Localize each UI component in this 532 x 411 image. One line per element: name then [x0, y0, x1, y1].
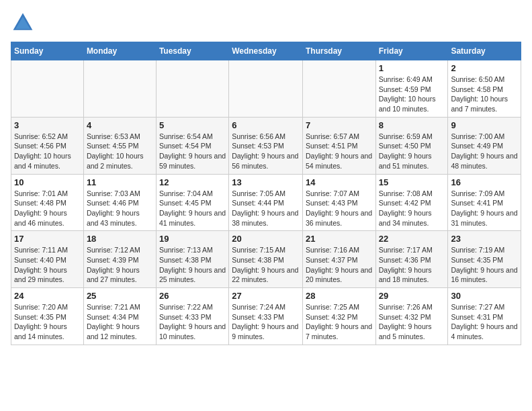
calendar-table: SundayMondayTuesdayWednesdayThursdayFrid… [11, 42, 521, 345]
calendar-cell [11, 60, 84, 118]
day-info: Sunrise: 7:17 AM Sunset: 4:36 PM Dayligh… [379, 245, 445, 285]
calendar-cell: 6Sunrise: 6:56 AM Sunset: 4:53 PM Daylig… [229, 117, 303, 174]
day-info: Sunrise: 6:57 AM Sunset: 4:51 PM Dayligh… [306, 132, 373, 171]
day-info: Sunrise: 7:00 AM Sunset: 4:49 PM Dayligh… [451, 132, 518, 171]
calendar-cell: 2Sunrise: 6:50 AM Sunset: 4:58 PM Daylig… [448, 60, 521, 118]
calendar-header-row: SundayMondayTuesdayWednesdayThursdayFrid… [11, 42, 521, 60]
calendar-cell: 9Sunrise: 7:00 AM Sunset: 4:49 PM Daylig… [448, 117, 521, 174]
day-number: 5 [159, 120, 226, 130]
day-info: Sunrise: 7:26 AM Sunset: 4:32 PM Dayligh… [379, 302, 445, 342]
day-info: Sunrise: 6:50 AM Sunset: 4:58 PM Dayligh… [451, 75, 518, 114]
day-info: Sunrise: 6:59 AM Sunset: 4:50 PM Dayligh… [379, 132, 445, 171]
day-number: 29 [379, 291, 445, 301]
calendar-cell [229, 60, 303, 118]
day-number: 8 [379, 120, 445, 130]
day-number: 18 [87, 234, 153, 244]
calendar-week-row: 3Sunrise: 6:52 AM Sunset: 4:56 PM Daylig… [11, 117, 521, 174]
day-number: 4 [87, 120, 153, 130]
calendar-cell: 4Sunrise: 6:53 AM Sunset: 4:55 PM Daylig… [83, 117, 156, 174]
calendar-cell: 26Sunrise: 7:22 AM Sunset: 4:33 PM Dayli… [156, 288, 228, 345]
day-info: Sunrise: 7:15 AM Sunset: 4:38 PM Dayligh… [232, 245, 300, 285]
calendar-cell: 15Sunrise: 7:08 AM Sunset: 4:42 PM Dayli… [375, 174, 448, 231]
calendar-cell: 30Sunrise: 7:27 AM Sunset: 4:31 PM Dayli… [448, 288, 521, 345]
day-number: 22 [379, 234, 445, 244]
calendar-cell: 14Sunrise: 7:07 AM Sunset: 4:43 PM Dayli… [302, 174, 375, 231]
calendar-cell: 11Sunrise: 7:03 AM Sunset: 4:46 PM Dayli… [83, 174, 156, 231]
day-number: 19 [159, 234, 226, 244]
day-info: Sunrise: 7:22 AM Sunset: 4:33 PM Dayligh… [159, 302, 226, 342]
header-monday: Monday [83, 42, 156, 60]
calendar-cell: 20Sunrise: 7:15 AM Sunset: 4:38 PM Dayli… [229, 231, 303, 288]
day-info: Sunrise: 7:13 AM Sunset: 4:38 PM Dayligh… [159, 245, 226, 285]
calendar-cell: 19Sunrise: 7:13 AM Sunset: 4:38 PM Dayli… [156, 231, 228, 288]
day-info: Sunrise: 6:53 AM Sunset: 4:55 PM Dayligh… [87, 132, 153, 171]
day-info: Sunrise: 6:52 AM Sunset: 4:56 PM Dayligh… [14, 132, 81, 171]
header-friday: Friday [375, 42, 448, 60]
calendar-week-row: 24Sunrise: 7:20 AM Sunset: 4:35 PM Dayli… [11, 288, 521, 345]
calendar-cell: 12Sunrise: 7:04 AM Sunset: 4:45 PM Dayli… [156, 174, 228, 231]
day-number: 14 [306, 177, 373, 187]
day-info: Sunrise: 7:05 AM Sunset: 4:44 PM Dayligh… [232, 189, 300, 228]
day-info: Sunrise: 7:11 AM Sunset: 4:40 PM Dayligh… [14, 245, 81, 285]
header-thursday: Thursday [302, 42, 375, 60]
day-info: Sunrise: 6:49 AM Sunset: 4:59 PM Dayligh… [379, 75, 445, 114]
calendar-cell: 17Sunrise: 7:11 AM Sunset: 4:40 PM Dayli… [11, 231, 84, 288]
calendar-cell: 23Sunrise: 7:19 AM Sunset: 4:35 PM Dayli… [448, 231, 521, 288]
day-number: 16 [451, 177, 518, 187]
day-info: Sunrise: 7:09 AM Sunset: 4:41 PM Dayligh… [451, 189, 518, 228]
calendar-cell: 3Sunrise: 6:52 AM Sunset: 4:56 PM Daylig… [11, 117, 84, 174]
logo [11, 11, 38, 35]
day-number: 13 [232, 177, 300, 187]
day-number: 27 [232, 291, 300, 301]
day-info: Sunrise: 7:20 AM Sunset: 4:35 PM Dayligh… [14, 302, 81, 342]
header-tuesday: Tuesday [156, 42, 228, 60]
calendar-cell: 18Sunrise: 7:12 AM Sunset: 4:39 PM Dayli… [83, 231, 156, 288]
day-number: 30 [451, 291, 518, 301]
day-number: 2 [451, 63, 518, 73]
day-number: 15 [379, 177, 445, 187]
day-info: Sunrise: 7:07 AM Sunset: 4:43 PM Dayligh… [306, 189, 373, 228]
calendar-cell: 25Sunrise: 7:21 AM Sunset: 4:34 PM Dayli… [83, 288, 156, 345]
page-header [11, 11, 521, 35]
calendar-cell: 13Sunrise: 7:05 AM Sunset: 4:44 PM Dayli… [229, 174, 303, 231]
calendar-cell: 7Sunrise: 6:57 AM Sunset: 4:51 PM Daylig… [302, 117, 375, 174]
day-info: Sunrise: 7:24 AM Sunset: 4:33 PM Dayligh… [232, 302, 300, 342]
calendar-week-row: 1Sunrise: 6:49 AM Sunset: 4:59 PM Daylig… [11, 60, 521, 118]
day-info: Sunrise: 7:16 AM Sunset: 4:37 PM Dayligh… [306, 245, 373, 285]
calendar-week-row: 10Sunrise: 7:01 AM Sunset: 4:48 PM Dayli… [11, 174, 521, 231]
calendar-cell [156, 60, 228, 118]
day-number: 26 [159, 291, 226, 301]
day-info: Sunrise: 7:03 AM Sunset: 4:46 PM Dayligh… [87, 189, 153, 228]
calendar-cell: 28Sunrise: 7:25 AM Sunset: 4:32 PM Dayli… [302, 288, 375, 345]
calendar-cell: 8Sunrise: 6:59 AM Sunset: 4:50 PM Daylig… [375, 117, 448, 174]
day-number: 6 [232, 120, 300, 130]
day-number: 23 [451, 234, 518, 244]
day-number: 20 [232, 234, 300, 244]
calendar-cell: 21Sunrise: 7:16 AM Sunset: 4:37 PM Dayli… [302, 231, 375, 288]
calendar-cell: 1Sunrise: 6:49 AM Sunset: 4:59 PM Daylig… [375, 60, 448, 118]
day-info: Sunrise: 7:01 AM Sunset: 4:48 PM Dayligh… [14, 189, 81, 228]
day-info: Sunrise: 7:21 AM Sunset: 4:34 PM Dayligh… [87, 302, 153, 342]
day-info: Sunrise: 7:27 AM Sunset: 4:31 PM Dayligh… [451, 302, 518, 342]
day-number: 17 [14, 234, 81, 244]
day-number: 9 [451, 120, 518, 130]
calendar-week-row: 17Sunrise: 7:11 AM Sunset: 4:40 PM Dayli… [11, 231, 521, 288]
calendar-cell: 29Sunrise: 7:26 AM Sunset: 4:32 PM Dayli… [375, 288, 448, 345]
calendar-cell [83, 60, 156, 118]
calendar-cell: 10Sunrise: 7:01 AM Sunset: 4:48 PM Dayli… [11, 174, 84, 231]
day-number: 21 [306, 234, 373, 244]
calendar-cell: 22Sunrise: 7:17 AM Sunset: 4:36 PM Dayli… [375, 231, 448, 288]
day-number: 3 [14, 120, 81, 130]
day-number: 7 [306, 120, 373, 130]
day-number: 10 [14, 177, 81, 187]
day-info: Sunrise: 6:56 AM Sunset: 4:53 PM Dayligh… [232, 132, 300, 171]
day-info: Sunrise: 7:19 AM Sunset: 4:35 PM Dayligh… [451, 245, 518, 285]
day-info: Sunrise: 7:25 AM Sunset: 4:32 PM Dayligh… [306, 302, 373, 342]
day-number: 1 [379, 63, 445, 73]
day-info: Sunrise: 7:12 AM Sunset: 4:39 PM Dayligh… [87, 245, 153, 285]
day-number: 28 [306, 291, 373, 301]
calendar-cell: 27Sunrise: 7:24 AM Sunset: 4:33 PM Dayli… [229, 288, 303, 345]
day-info: Sunrise: 7:04 AM Sunset: 4:45 PM Dayligh… [159, 189, 226, 228]
day-info: Sunrise: 6:54 AM Sunset: 4:54 PM Dayligh… [159, 132, 226, 171]
calendar-cell: 5Sunrise: 6:54 AM Sunset: 4:54 PM Daylig… [156, 117, 228, 174]
